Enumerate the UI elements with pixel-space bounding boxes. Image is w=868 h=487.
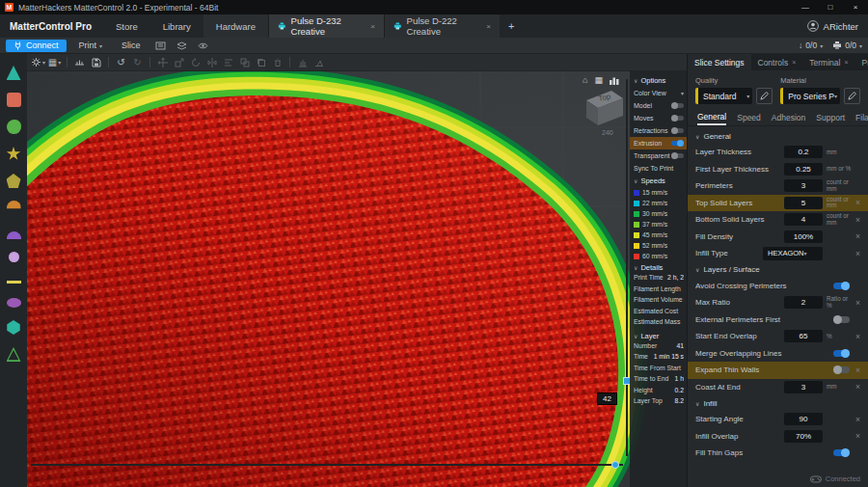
view-cube[interactable]: Top: [584, 89, 625, 131]
reset-icon[interactable]: ×: [854, 215, 862, 225]
speeds-section-header[interactable]: ∨ Speeds: [634, 175, 684, 187]
close-tab-icon[interactable]: ×: [486, 22, 491, 31]
section-header-infill[interactable]: ∨ Infill: [695, 395, 862, 411]
square-shape-button[interactable]: [7, 93, 21, 107]
color-view-row[interactable]: Color View ▾: [634, 87, 684, 99]
pentagon-shape-button[interactable]: [7, 174, 21, 188]
infill-type-dropdown[interactable]: HEXAGON ▾: [763, 247, 823, 260]
undo-button[interactable]: ↺: [114, 55, 128, 69]
save-button[interactable]: [89, 55, 103, 69]
reset-icon[interactable]: ×: [854, 415, 862, 424]
model-toggle[interactable]: [671, 103, 684, 108]
print-button[interactable]: Print ▾: [72, 40, 110, 52]
layers-icon[interactable]: [175, 39, 190, 52]
reset-icon[interactable]: ×: [854, 231, 862, 241]
cat-tab-speed[interactable]: Speed: [737, 110, 761, 125]
avoid-crossing-perimeters-toggle[interactable]: [833, 283, 850, 289]
half-circle-shape-button[interactable]: [7, 231, 21, 239]
lay-flat-tool-button[interactable]: [312, 55, 326, 69]
reset-icon[interactable]: ×: [854, 298, 862, 308]
layer-chart-icon[interactable]: [610, 76, 619, 85]
reset-icon[interactable]: ×: [854, 382, 862, 392]
tab-printer[interactable]: Printer ×: [854, 54, 868, 70]
nav-item-library[interactable]: Library: [150, 14, 203, 38]
perimeters-input[interactable]: 3: [784, 179, 823, 192]
hexagon-shape-button[interactable]: [7, 320, 21, 335]
new-tab-button[interactable]: +: [500, 14, 523, 38]
maximize-button[interactable]: □: [818, 0, 843, 14]
connect-button[interactable]: Connect: [6, 40, 67, 52]
blob-shape-button[interactable]: [7, 120, 21, 134]
section-header-layers-surface[interactable]: ∨ Layers / Surface: [695, 262, 862, 278]
moves-toggle[interactable]: [671, 116, 684, 121]
triangle-outline-shape-button[interactable]: [7, 347, 21, 362]
home-view-icon[interactable]: ⌂: [583, 75, 587, 85]
max-ratio-input[interactable]: 2: [784, 296, 823, 309]
cat-tab-adhesion[interactable]: Adhesion: [772, 110, 805, 125]
infill-overlap-input[interactable]: 70%: [784, 430, 823, 443]
slice-button[interactable]: Slice: [115, 40, 148, 52]
view-settings-button[interactable]: ▾: [31, 55, 45, 69]
nav-item-hardware[interactable]: Hardware: [203, 14, 268, 38]
reset-icon[interactable]: ×: [854, 431, 862, 441]
edit-quality-button[interactable]: [756, 88, 773, 104]
cat-tab-filament[interactable]: Filament: [855, 110, 868, 125]
bed-leveling-button[interactable]: [72, 55, 87, 69]
layer-slider-vertical[interactable]: [626, 79, 628, 456]
duplicate-tool-button[interactable]: [254, 55, 268, 69]
eye-icon[interactable]: [196, 39, 211, 52]
starting-angle-input[interactable]: 90: [784, 413, 823, 425]
layer-slider-handle[interactable]: [611, 461, 619, 469]
reset-icon[interactable]: ×: [854, 332, 862, 341]
extrusion-toggle[interactable]: [671, 141, 684, 146]
scale-tool-button[interactable]: [172, 55, 186, 69]
group-tool-button[interactable]: [237, 55, 252, 69]
account-button[interactable]: ARichter: [807, 20, 858, 32]
download-queue[interactable]: ↓ 0/0 ▾: [799, 41, 823, 50]
bed-grid-icon[interactable]: ▦: [594, 75, 603, 85]
mirror-tool-button[interactable]: [204, 55, 219, 69]
doc-tab-2[interactable]: Pulse D-222 Creative ×: [384, 14, 500, 38]
layer-thickness-input[interactable]: 0.2: [784, 146, 823, 158]
minimize-button[interactable]: —: [793, 0, 818, 14]
merge-overlapping-lines-toggle[interactable]: [833, 350, 850, 357]
first-layer-thickness-input[interactable]: 0.25: [784, 163, 823, 176]
section-header-general[interactable]: ∨ General: [695, 128, 862, 144]
details-section-header[interactable]: ∨ Details: [634, 261, 684, 274]
close-tab-icon[interactable]: ×: [844, 59, 848, 66]
top-solid-layers-input[interactable]: 5: [784, 197, 823, 209]
align-tool-button[interactable]: [221, 55, 235, 69]
line-shape-button[interactable]: [7, 281, 21, 284]
bed-view-button[interactable]: ▦ ▾: [47, 55, 62, 69]
transparent-toggle[interactable]: [671, 153, 684, 158]
star-shape-button[interactable]: [7, 147, 21, 161]
tab-slice-settings[interactable]: Slice Settings: [688, 54, 751, 70]
external-perimeters-first-toggle[interactable]: [833, 316, 850, 323]
support-tool-button[interactable]: [295, 55, 310, 69]
close-tab-icon[interactable]: ×: [792, 59, 796, 66]
expand-thin-walls-toggle[interactable]: [833, 366, 850, 373]
triangle-shape-button[interactable]: [7, 66, 21, 80]
redo-button[interactable]: ↻: [130, 55, 145, 69]
fill-density-input[interactable]: 100%: [784, 230, 823, 243]
close-tab-icon[interactable]: ×: [370, 22, 375, 31]
layer-section-header[interactable]: ∨ Layer: [634, 330, 684, 342]
doc-tab-1[interactable]: Pulse D-232 Creative ×: [268, 14, 384, 38]
tab-terminal[interactable]: Terminal ×: [802, 54, 854, 70]
arc-shape-button[interactable]: [7, 201, 21, 215]
retractions-toggle[interactable]: [671, 128, 684, 133]
reset-icon[interactable]: ×: [854, 198, 862, 207]
edit-material-button[interactable]: [844, 88, 860, 104]
fill-thin-gaps-toggle[interactable]: [833, 449, 850, 456]
nav-item-store[interactable]: Store: [103, 14, 150, 38]
bottom-solid-layers-input[interactable]: 4: [784, 213, 823, 226]
reset-icon[interactable]: ×: [854, 249, 862, 258]
export-icon[interactable]: [153, 39, 169, 52]
print-queue[interactable]: 0/0 ▾: [832, 41, 862, 50]
close-button[interactable]: ×: [843, 0, 868, 14]
brand[interactable]: MatterControl Pro: [0, 14, 103, 38]
rotate-tool-button[interactable]: [188, 55, 203, 69]
cat-tab-general[interactable]: General: [697, 110, 726, 125]
start-end-overlap-input[interactable]: 65: [784, 330, 823, 342]
delete-tool-button[interactable]: [270, 55, 285, 69]
